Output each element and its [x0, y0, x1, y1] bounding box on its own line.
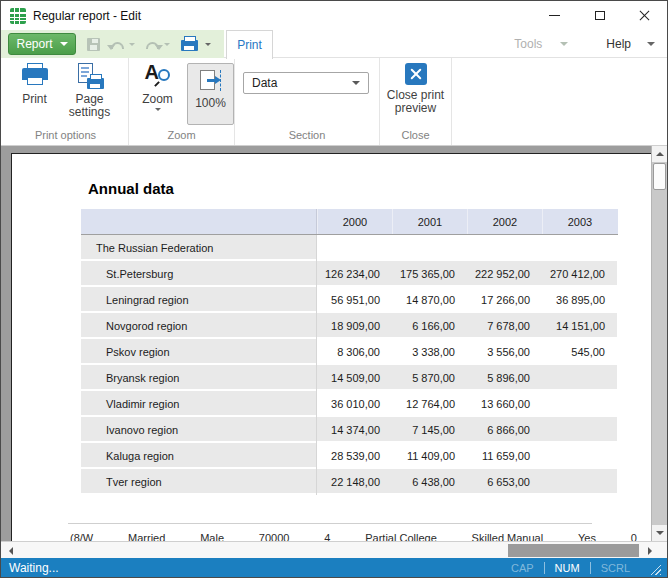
undo-icon [111, 42, 124, 49]
section-select[interactable]: Data [243, 72, 369, 94]
group-print-options: Print Page settings Print options [3, 58, 129, 145]
cell-value: 14 374,00 [317, 417, 392, 443]
section-selected-value: Data [252, 76, 277, 90]
fragment-cell: Yes [578, 532, 596, 541]
undo-button[interactable] [111, 39, 124, 49]
header-cell-empty [81, 209, 317, 234]
fragment-cell: 70000 [259, 532, 290, 541]
cell-value [542, 365, 617, 391]
group-section: Data Section [235, 58, 380, 145]
report-table: 2000 2001 2002 2003 The Russian Federati… [81, 209, 618, 495]
chevron-down-icon [205, 43, 211, 46]
row-label: Tver region [81, 469, 317, 495]
horizontal-scrollbar[interactable] [1, 541, 667, 558]
fragment-cell: 0 [631, 532, 637, 541]
cell-value: 13 660,00 [467, 391, 542, 417]
header-cell-year: 2001 [392, 209, 467, 234]
group-close: Close print preview Close [380, 58, 452, 145]
cell-value: 545,00 [542, 339, 617, 365]
cell-value: 36 895,00 [542, 287, 617, 313]
horizontal-scroll-thumb[interactable] [508, 544, 639, 557]
print-button-label: Print [22, 93, 47, 106]
window-title: Regular report - Edit [33, 9, 141, 23]
table-row: Leningrad region56 951,0014 870,0017 266… [81, 287, 618, 313]
header-cell-year: 2003 [542, 209, 617, 234]
redo-dropdown[interactable] [164, 43, 170, 46]
cell-value: 7 678,00 [467, 313, 542, 339]
cell-value: 6 866,00 [467, 417, 542, 443]
print-dropdown[interactable] [205, 43, 211, 46]
chevron-down-icon [155, 108, 161, 111]
table-row: St.Petersburg126 234,00175 365,00222 952… [81, 261, 618, 287]
preview-page: Annual data 2000 2001 2002 2003 The Russ… [11, 153, 652, 541]
undo-dropdown[interactable] [129, 43, 135, 46]
cell-value: 7 145,00 [392, 417, 467, 443]
fragment-cell: Male [200, 532, 224, 541]
close-print-preview-button[interactable]: Close print preview [383, 63, 449, 129]
report-menu-label: Report [16, 37, 52, 51]
scroll-up-button[interactable] [652, 146, 667, 162]
arrow-up-icon [656, 152, 664, 156]
close-preview-label: Close print preview [383, 89, 449, 115]
scroll-left-button[interactable] [3, 543, 18, 558]
row-label: Pskov region [81, 339, 317, 365]
vertical-scroll-thumb[interactable] [653, 163, 666, 190]
ribbon: Print Page settings Print options A [1, 58, 667, 146]
cell-value: 28 539,00 [317, 443, 392, 469]
zoom-100-icon [199, 69, 223, 93]
save-button[interactable] [87, 38, 100, 51]
cell-value: 17 266,00 [467, 287, 542, 313]
resize-grip[interactable] [648, 562, 661, 575]
status-message: Waiting... [9, 561, 501, 575]
print-preview-area: Annual data 2000 2001 2002 2003 The Russ… [1, 146, 667, 541]
tools-menu[interactable]: Tools [514, 37, 542, 51]
fragment-cell: Married [128, 532, 165, 541]
cell-value [542, 235, 617, 261]
group-label-print-options: Print options [3, 129, 128, 145]
maximize-icon [595, 11, 605, 20]
redo-button[interactable] [146, 39, 159, 49]
fragment-cell: Partial College [365, 532, 437, 541]
fragment-cell: 4 [324, 532, 330, 541]
cell-value [542, 443, 617, 469]
maximize-button[interactable] [577, 1, 622, 30]
cell-value: 270 412,00 [542, 261, 617, 287]
cell-value: 222 952,00 [467, 261, 542, 287]
table-row: Bryansk region14 509,005 870,005 896,00 [81, 365, 618, 391]
num-lock-indicator: NUM [545, 562, 590, 574]
cell-value: 14 870,00 [392, 287, 467, 313]
arrow-down-icon [656, 531, 664, 535]
scroll-down-button[interactable] [652, 525, 667, 541]
close-preview-icon [405, 63, 427, 85]
chevron-down-icon[interactable] [647, 42, 655, 46]
group-label-section: Section [235, 129, 379, 145]
row-label: Bryansk region [81, 365, 317, 391]
tab-print[interactable]: Print [226, 30, 273, 59]
help-menu[interactable]: Help [606, 37, 631, 51]
page-settings-button[interactable]: Page settings [59, 63, 121, 129]
minimize-button[interactable] [532, 1, 577, 30]
table-row: Tver region22 148,006 438,006 653,00 [81, 469, 618, 495]
chevron-down-icon [60, 42, 68, 46]
row-label: Ivanovo region [81, 417, 317, 443]
table-row: Ivanovo region14 374,007 145,006 866,00 [81, 417, 618, 443]
cell-value: 14 509,00 [317, 365, 392, 391]
report-menu-button[interactable]: Report [8, 33, 76, 55]
vertical-scrollbar[interactable] [651, 146, 667, 541]
close-button[interactable] [622, 1, 667, 30]
scroll-right-button[interactable] [642, 543, 657, 558]
cell-value [317, 235, 392, 261]
group-label-close: Close [380, 129, 451, 145]
cell-value: 5 870,00 [392, 365, 467, 391]
row-label: The Russian Federation [81, 235, 317, 261]
chevron-down-icon[interactable] [560, 42, 568, 46]
page-settings-label: Page settings [62, 93, 118, 119]
page-break-line [68, 523, 592, 524]
chevron-down-icon [164, 43, 170, 46]
zoom-button[interactable]: A Zoom [135, 63, 180, 129]
print-button[interactable]: Print [11, 63, 59, 129]
quick-print-button[interactable] [181, 37, 198, 51]
chevron-down-icon [129, 43, 135, 46]
cell-value: 12 764,00 [392, 391, 467, 417]
zoom-100-button[interactable]: 100% [187, 63, 234, 125]
